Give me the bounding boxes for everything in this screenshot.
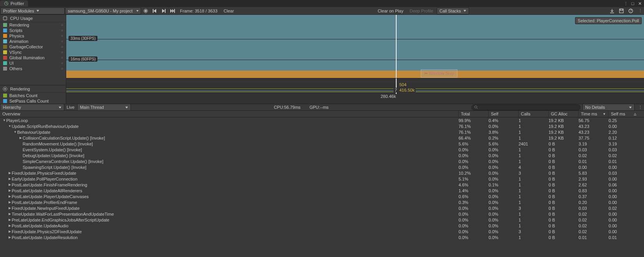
table-row[interactable]: ▼PlayerLoop99.9%0.4%119.2 KB56.750.25 [0, 117, 644, 123]
expand-arrow-icon[interactable]: ▶ [8, 200, 12, 204]
table-row[interactable]: ▶PostLateUpdate.UpdateAllRenderers1.4%0.… [0, 188, 644, 193]
tab-profiler[interactable]: Profiler [0, 0, 28, 7]
cell: 0.0% [489, 206, 519, 211]
legend-rendering[interactable]: Rendering≡ [0, 22, 66, 28]
drag-handle-icon[interactable]: ≡ [61, 45, 63, 49]
table-row[interactable]: DebugUpdater.Update() [Invoke]0.0%0.0%10… [0, 152, 644, 158]
drag-handle-icon[interactable]: ≡ [61, 28, 63, 32]
cpu-chart[interactable]: 33ms (30FPS) 16ms (60FPS) ✂ Window Snip … [66, 15, 644, 78]
table-row[interactable]: ▶PostLateUpdate.UpdateAudio0.0%0.0%10 B0… [0, 223, 644, 229]
clear-on-play-toggle[interactable]: Clear on Play [374, 9, 406, 13]
last-frame-button[interactable] [168, 7, 177, 14]
legend-vsync[interactable]: VSync≡ [0, 50, 66, 55]
view-mode-dropdown[interactable]: Hierarchy▼ [0, 104, 64, 111]
table-row[interactable]: EventSystem.Update() [Invoke]0.0%0.0%10 … [0, 147, 644, 152]
table-row[interactable]: ▶TimeUpdate.WaitForLastPresentationAndUp… [0, 211, 644, 217]
details-dropdown[interactable]: No Details▼ [582, 104, 635, 111]
legend-batches-count[interactable]: Batches Count [0, 93, 66, 98]
playhead-render[interactable] [396, 78, 397, 96]
table-row[interactable]: ▶CollisionCalculationScript.Update() [In… [0, 135, 644, 141]
expand-arrow-icon[interactable]: ▼ [2, 119, 6, 122]
legend-ui[interactable]: UI≡ [0, 60, 66, 66]
profiler-modules-dropdown[interactable]: Profiler Modules▼ [0, 7, 65, 14]
expand-arrow-icon[interactable]: ▶ [8, 183, 12, 186]
window-max-icon[interactable]: □ [630, 1, 635, 6]
expand-arrow-icon[interactable]: ▶ [8, 171, 12, 175]
cell: 3.8% [489, 130, 519, 135]
record-button[interactable] [141, 7, 150, 14]
col-overview[interactable]: Overview [0, 111, 459, 117]
expand-arrow-icon[interactable]: ▶ [8, 177, 12, 181]
save-icon[interactable] [618, 7, 625, 14]
table-row[interactable]: ▶FixedUpdate.Physics2DFixedUpdate0.0%0.0… [0, 229, 644, 234]
col-total[interactable]: Total [459, 111, 489, 117]
drag-handle-icon[interactable]: ≡ [61, 23, 63, 27]
table-row[interactable]: ▶PostLateUpdate.PlayerUpdateCanvases0.6%… [0, 193, 644, 199]
table-row[interactable]: ▶FixedUpdate.PhysicsFixedUpdate10.2%0.0%… [0, 170, 644, 176]
legend-garbagecollector[interactable]: GarbageCollector≡ [0, 44, 66, 50]
search-input[interactable] [471, 105, 580, 110]
expand-arrow-icon[interactable]: ▶ [8, 212, 12, 216]
drag-handle-icon[interactable]: ≡ [61, 39, 63, 43]
help-icon[interactable]: ? [627, 7, 635, 14]
expand-arrow-icon[interactable]: ▼ [8, 124, 12, 128]
legend-physics[interactable]: Physics≡ [0, 33, 66, 39]
table-row[interactable]: ▼BehaviourUpdate76.1%3.8%119.2 KB43.232.… [0, 129, 644, 135]
expand-arrow-icon[interactable]: ▶ [8, 224, 12, 227]
drag-handle-icon[interactable]: ≡ [61, 56, 63, 60]
drag-handle-icon[interactable]: ≡ [61, 34, 63, 38]
expand-arrow-icon[interactable]: ▶ [19, 136, 23, 140]
cell: 0.20 [579, 200, 609, 205]
context-menu-icon[interactable]: ⋮ [636, 7, 644, 14]
drag-handle-icon[interactable]: ≡ [61, 67, 63, 71]
expand-arrow-icon[interactable]: ▶ [8, 230, 12, 233]
clear-button[interactable]: Clear [221, 9, 237, 13]
col-selfms[interactable]: Self ms△ [609, 111, 639, 117]
table-row[interactable]: ▶FixedUpdate.NewInputFixedUpdate0.0%0.0%… [0, 205, 644, 211]
thread-dropdown[interactable]: Main Thread▼ [77, 104, 131, 111]
table-row[interactable]: ▶PostLateUpdate.UpdateResolution0.0%0.0%… [0, 234, 644, 240]
col-self[interactable]: Self [489, 111, 519, 117]
rendering-module-header[interactable]: Rendering [0, 85, 66, 93]
expand-arrow-icon[interactable]: ▶ [8, 218, 12, 222]
expand-arrow-icon[interactable]: ▶ [8, 189, 12, 192]
table-row[interactable]: RandomMovement.Update() [Invoke]5.6%5.6%… [0, 141, 644, 147]
next-frame-button[interactable] [159, 7, 168, 14]
drag-handle-icon[interactable]: ≡ [61, 50, 63, 54]
call-stacks-dropdown[interactable]: Call Stacks▼ [437, 7, 469, 14]
expand-arrow-icon[interactable]: ▶ [8, 206, 12, 210]
table-row[interactable]: SpawningScript.Update() [Invoke]0.0%0.0%… [0, 164, 644, 170]
playhead[interactable] [396, 15, 397, 78]
table-row[interactable]: ▶PreLateUpdate.EndGraphicsJobsAfterScrip… [0, 217, 644, 223]
load-icon[interactable] [608, 7, 616, 14]
expand-arrow-icon[interactable]: ▶ [8, 236, 12, 239]
prev-frame-button[interactable] [150, 7, 159, 14]
rendering-chart[interactable]: 504 416.50k 280.46k 7 [66, 78, 644, 104]
window-menu-icon[interactable]: ⋮ [623, 1, 628, 6]
cpu-module-header[interactable]: CPU Usage [0, 15, 66, 22]
table-row[interactable]: ▼Update.ScriptRunBehaviourUpdate76.1%0.0… [0, 123, 644, 129]
legend-global-illumination[interactable]: Global Illumination≡ [0, 55, 66, 60]
expand-arrow-icon[interactable]: ▶ [8, 195, 12, 198]
drag-handle-icon[interactable]: ≡ [61, 61, 63, 65]
table-row[interactable]: SimpleCameraController.Update() [Invoke]… [0, 158, 644, 164]
cell: 5.83 [579, 171, 609, 175]
col-calls[interactable]: Calls [519, 111, 549, 117]
svg-rect-3 [153, 9, 154, 13]
table-row[interactable]: ▶EarlyUpdate.PollPlayerConnection5.1%0.0… [0, 176, 644, 182]
cell: 0.01 [579, 159, 609, 164]
window-close-icon[interactable]: ✕ [637, 1, 642, 6]
col-gcalloc[interactable]: GC Alloc [549, 111, 579, 117]
detail-menu-icon[interactable]: ⋮ [636, 104, 644, 111]
legend-others[interactable]: Others≡ [0, 66, 66, 71]
deep-profile-toggle[interactable]: Deep Profile [406, 9, 436, 13]
target-dropdown[interactable]: samsung_SM-G950U - My project▾ [65, 7, 141, 14]
expand-arrow-icon[interactable]: ▼ [13, 130, 17, 134]
legend-scripts[interactable]: Scripts≡ [0, 28, 66, 33]
legend-setpass-calls-count[interactable]: SetPass Calls Count [0, 98, 66, 104]
col-timems[interactable]: Time ms▼ [579, 111, 609, 117]
legend-animation[interactable]: Animation≡ [0, 39, 66, 44]
table-row[interactable]: ▶PostLateUpdate.FinishFrameRendering4.6%… [0, 182, 644, 188]
live-toggle[interactable]: Live [64, 105, 77, 110]
table-row[interactable]: ▶PostLateUpdate.ProfilerEndFrame0.3%0.0%… [0, 199, 644, 205]
